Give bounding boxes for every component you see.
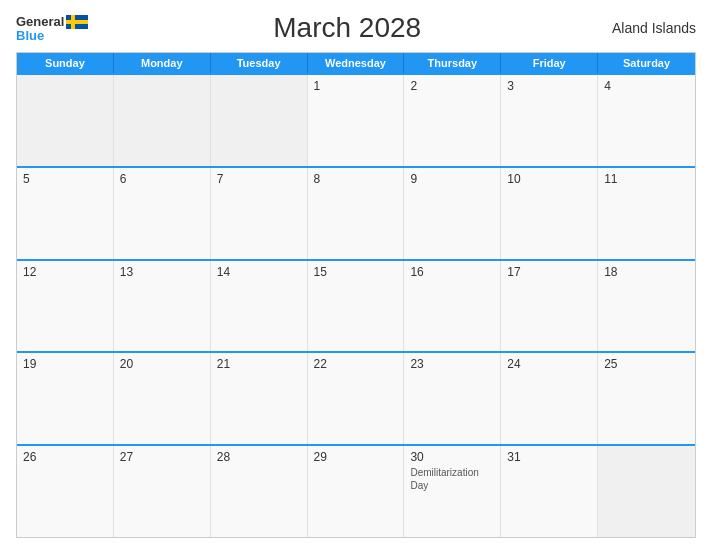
- day-number: 15: [314, 265, 398, 279]
- day-number: 4: [604, 79, 689, 93]
- calendar-cell: 11: [598, 168, 695, 259]
- calendar-cell: [17, 75, 114, 166]
- day-number: 16: [410, 265, 494, 279]
- calendar-cell: 10: [501, 168, 598, 259]
- calendar-cell: 26: [17, 446, 114, 537]
- day-header-tuesday: Tuesday: [211, 53, 308, 73]
- day-number: 7: [217, 172, 301, 186]
- day-number: 18: [604, 265, 689, 279]
- day-number: 22: [314, 357, 398, 371]
- calendar-cell: 16: [404, 261, 501, 352]
- day-header-thursday: Thursday: [404, 53, 501, 73]
- svg-rect-1: [66, 20, 88, 24]
- calendar-cell: 28: [211, 446, 308, 537]
- calendar-cell: [114, 75, 211, 166]
- calendar-week-2: 567891011: [17, 166, 695, 259]
- header: General Blue March 2028 Aland Islands: [16, 12, 696, 44]
- calendar-week-5: 2627282930Demilitarization Day31: [17, 444, 695, 537]
- day-number: 13: [120, 265, 204, 279]
- calendar-cell: 3: [501, 75, 598, 166]
- calendar-cell: 5: [17, 168, 114, 259]
- calendar-header: SundayMondayTuesdayWednesdayThursdayFrid…: [17, 53, 695, 73]
- calendar-cell: 7: [211, 168, 308, 259]
- logo-flag-icon: [66, 15, 88, 29]
- calendar-cell: 4: [598, 75, 695, 166]
- day-number: 19: [23, 357, 107, 371]
- day-number: 14: [217, 265, 301, 279]
- calendar-cell: 31: [501, 446, 598, 537]
- day-number: 1: [314, 79, 398, 93]
- calendar-cell: 22: [308, 353, 405, 444]
- logo: General Blue: [16, 15, 88, 42]
- page: General Blue March 2028 Aland Islands Su…: [0, 0, 712, 550]
- day-number: 29: [314, 450, 398, 464]
- calendar-cell: 13: [114, 261, 211, 352]
- day-header-sunday: Sunday: [17, 53, 114, 73]
- calendar-cell: 29: [308, 446, 405, 537]
- day-header-saturday: Saturday: [598, 53, 695, 73]
- calendar-cell: 6: [114, 168, 211, 259]
- day-number: 9: [410, 172, 494, 186]
- day-number: 11: [604, 172, 689, 186]
- day-number: 26: [23, 450, 107, 464]
- calendar-week-3: 12131415161718: [17, 259, 695, 352]
- day-number: 28: [217, 450, 301, 464]
- calendar-title: March 2028: [88, 12, 606, 44]
- calendar-week-1: 1234: [17, 73, 695, 166]
- day-number: 27: [120, 450, 204, 464]
- day-number: 21: [217, 357, 301, 371]
- logo-general-text: General: [16, 15, 64, 28]
- event-label: Demilitarization Day: [410, 466, 494, 492]
- calendar-cell: 21: [211, 353, 308, 444]
- calendar-cell: 19: [17, 353, 114, 444]
- day-number: 17: [507, 265, 591, 279]
- calendar-cell: 27: [114, 446, 211, 537]
- day-header-monday: Monday: [114, 53, 211, 73]
- calendar-cell: 15: [308, 261, 405, 352]
- day-number: 3: [507, 79, 591, 93]
- calendar-cell: 24: [501, 353, 598, 444]
- calendar-cell: [211, 75, 308, 166]
- calendar-cell: 2: [404, 75, 501, 166]
- day-number: 24: [507, 357, 591, 371]
- day-number: 2: [410, 79, 494, 93]
- day-number: 12: [23, 265, 107, 279]
- day-number: 23: [410, 357, 494, 371]
- calendar-cell: 20: [114, 353, 211, 444]
- region-label: Aland Islands: [606, 20, 696, 36]
- calendar-cell: [598, 446, 695, 537]
- calendar-week-4: 19202122232425: [17, 351, 695, 444]
- day-number: 5: [23, 172, 107, 186]
- calendar-cell: 9: [404, 168, 501, 259]
- day-header-friday: Friday: [501, 53, 598, 73]
- calendar-cell: 30Demilitarization Day: [404, 446, 501, 537]
- day-number: 30: [410, 450, 494, 464]
- day-number: 31: [507, 450, 591, 464]
- day-number: 10: [507, 172, 591, 186]
- day-number: 6: [120, 172, 204, 186]
- svg-rect-2: [71, 15, 75, 29]
- calendar-cell: 1: [308, 75, 405, 166]
- day-number: 20: [120, 357, 204, 371]
- calendar-cell: 25: [598, 353, 695, 444]
- day-number: 8: [314, 172, 398, 186]
- calendar-cell: 12: [17, 261, 114, 352]
- day-header-wednesday: Wednesday: [308, 53, 405, 73]
- calendar-cell: 18: [598, 261, 695, 352]
- calendar-cell: 8: [308, 168, 405, 259]
- calendar-body: 1234567891011121314151617181920212223242…: [17, 73, 695, 537]
- calendar-cell: 17: [501, 261, 598, 352]
- calendar: SundayMondayTuesdayWednesdayThursdayFrid…: [16, 52, 696, 538]
- logo-blue-text: Blue: [16, 29, 44, 42]
- calendar-cell: 14: [211, 261, 308, 352]
- day-number: 25: [604, 357, 689, 371]
- calendar-cell: 23: [404, 353, 501, 444]
